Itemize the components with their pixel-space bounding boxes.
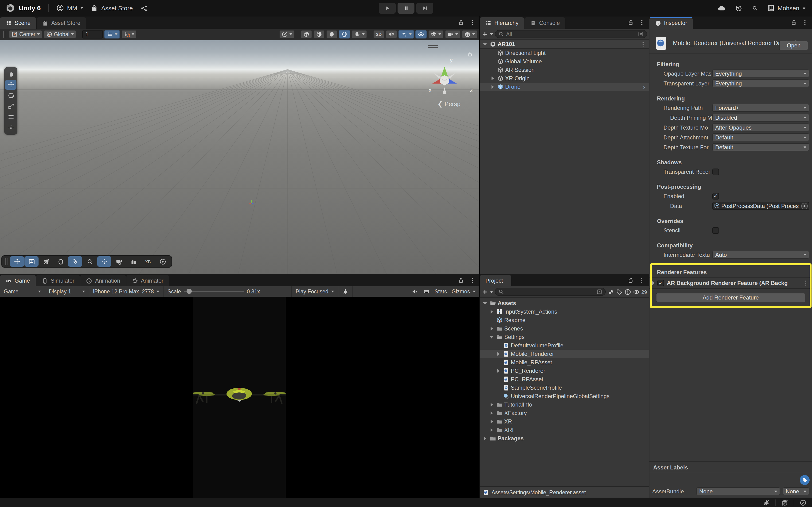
gizmo-lock-icon[interactable]: [467, 51, 473, 57]
overlay-cross-arrows-button[interactable]: [97, 256, 111, 267]
rect-tool-button[interactable]: [5, 112, 16, 122]
panel-menu-icon[interactable]: [802, 19, 808, 26]
tree-caret[interactable]: [488, 420, 495, 424]
dropdown-intermediate-textu[interactable]: Auto: [712, 251, 809, 259]
project-item-samplesceneprofile[interactable]: SampleSceneProfile: [480, 384, 649, 392]
scale-slider[interactable]: [184, 291, 244, 292]
rotate-tool-button[interactable]: [5, 91, 16, 101]
expand-caret-icon[interactable]: [652, 281, 655, 285]
gizmos-dropdown[interactable]: Gizmos: [450, 286, 479, 297]
panel-menu-icon[interactable]: [469, 277, 475, 284]
overlay-move-button[interactable]: [10, 256, 24, 267]
game-viewport[interactable]: [0, 297, 479, 498]
scene-toolbar-audio-off-button[interactable]: [386, 30, 397, 39]
panel-menu-icon[interactable]: [639, 19, 645, 26]
scene-toolbar-camera-button[interactable]: [445, 30, 460, 39]
snap-value-field[interactable]: 1: [82, 30, 103, 39]
chevron-down-icon[interactable]: [490, 33, 493, 35]
overlay-handle-icon[interactable]: [427, 44, 439, 49]
plus-icon[interactable]: [481, 288, 488, 295]
assetbundle-variant-dropdown[interactable]: None: [783, 487, 809, 495]
overlay-grid-off-button[interactable]: [39, 256, 53, 267]
dropdown-rendering-path[interactable]: Forward+: [712, 104, 809, 112]
hierarchy-item-xr-origin[interactable]: XR Origin: [480, 74, 649, 82]
scene-toolbar-sphere-wire-button[interactable]: [301, 30, 312, 39]
tab-animation[interactable]: Animation: [81, 275, 126, 286]
panel-lock-icon[interactable]: [458, 19, 464, 26]
share-icon[interactable]: [140, 4, 147, 11]
account-menu-button[interactable]: Mohsen: [767, 5, 806, 12]
checkbox-transparent-recei[interactable]: [712, 168, 719, 175]
scene-toolbar-sphere-half-button[interactable]: [313, 30, 325, 39]
project-item-defaultvolumeprofile[interactable]: DefaultVolumeProfile: [480, 341, 649, 350]
tree-caret[interactable]: [488, 403, 495, 406]
panel-lock-icon[interactable]: [627, 277, 634, 284]
panel-menu-icon[interactable]: [469, 19, 475, 26]
panel-lock-icon[interactable]: [791, 19, 797, 26]
tree-caret[interactable]: [481, 437, 488, 440]
dropdown-depth-priming-m[interactable]: Disabled: [712, 114, 809, 122]
overlay-sphere-crescent-button[interactable]: [54, 256, 68, 267]
scene-toolbar-eye-button[interactable]: [415, 30, 427, 39]
hidden-packages-icon[interactable]: [624, 288, 631, 295]
prefab-open-chevron[interactable]: ›: [643, 83, 645, 91]
tab-asset-store[interactable]: Asset Store: [37, 17, 86, 29]
mute-audio-button[interactable]: [409, 286, 420, 297]
panel-lock-icon[interactable]: [458, 277, 464, 284]
tree-caret[interactable]: [488, 336, 495, 338]
debug-button[interactable]: [338, 286, 353, 297]
overlay-camera-dot-button[interactable]: [112, 256, 126, 267]
project-item-mobile-rpasset[interactable]: Mobile_RPAsset: [480, 358, 649, 367]
tree-caret[interactable]: [489, 76, 496, 80]
play-button[interactable]: [379, 3, 396, 14]
hierarchy-item-directional-light[interactable]: Directional Light: [480, 49, 649, 57]
project-search-input[interactable]: [495, 288, 606, 296]
project-item-pc-renderer[interactable]: PC_Renderer: [480, 367, 649, 375]
tab-hierarchy[interactable]: Hierarchy: [480, 17, 524, 29]
tab-inspector[interactable]: Inspector: [649, 17, 693, 29]
pause-button[interactable]: [398, 3, 414, 14]
check-circle-icon[interactable]: [800, 499, 806, 506]
org-menu-button[interactable]: MM: [56, 4, 83, 12]
overlay-building-button[interactable]: [126, 256, 141, 267]
feature-enabled-checkbox[interactable]: ✓: [657, 280, 664, 286]
dropdown-transparent-layer[interactable]: Everything: [712, 79, 809, 87]
resolution-dropdown[interactable]: iPhone 12 Pro Max 2778: [89, 286, 164, 297]
hierarchy-item-global-volume[interactable]: Global Volume: [480, 57, 649, 66]
scene-toolbar-two-d-button[interactable]: 2D: [373, 30, 385, 39]
tree-caret[interactable]: [481, 43, 488, 45]
tree-caret[interactable]: [488, 411, 495, 415]
bug-off-icon[interactable]: [763, 499, 770, 506]
dropdown-opaque-layer-mas[interactable]: Everything: [712, 69, 809, 77]
tab-animator[interactable]: Animator: [126, 275, 169, 286]
expand-window-icon[interactable]: [596, 289, 602, 295]
dropdown-depth-attachment[interactable]: Default: [712, 133, 809, 141]
project-item-inputsystem-actions[interactable]: InputSystem_Actions: [480, 307, 649, 316]
checkbox-enabled[interactable]: ✓: [712, 193, 719, 199]
kebab-menu-icon[interactable]: [803, 280, 809, 286]
object-field-data[interactable]: PostProcessData (Post Proces: [712, 202, 809, 210]
hierarchy-item-ar101[interactable]: AR101: [480, 40, 649, 49]
search-icon[interactable]: [752, 5, 758, 11]
drag-handle[interactable]: [5, 258, 8, 265]
view-hand-tool-button[interactable]: [5, 69, 16, 79]
overlay-diamond-dots-button[interactable]: [68, 256, 82, 267]
projection-label[interactable]: ❮Persp: [438, 101, 460, 108]
tree-caret[interactable]: [488, 428, 495, 432]
assetbundle-dropdown[interactable]: None: [696, 487, 780, 495]
scene-viewport[interactable]: ❮Persp XB yxz: [0, 40, 479, 274]
project-item-pc-rpasset[interactable]: PC_RPAsset: [480, 375, 649, 384]
input-debug-button[interactable]: [420, 286, 432, 297]
project-item-xfactory[interactable]: XFactory: [480, 409, 649, 417]
scene-toolbar-layers-button[interactable]: [428, 30, 444, 39]
project-item-scenes[interactable]: Scenes: [480, 324, 649, 333]
filter-by-type-icon[interactable]: [608, 288, 614, 295]
panel-menu-icon[interactable]: [639, 277, 645, 284]
scene-toolbar-bug-button[interactable]: [352, 30, 367, 39]
scene-toolbar-pen-button[interactable]: [279, 30, 295, 39]
game-mode-dropdown[interactable]: Game: [0, 286, 45, 297]
play-mode-dropdown[interactable]: Play Focused: [291, 286, 338, 297]
scene-toolbar-globe-button[interactable]: Global: [44, 30, 76, 39]
plus-icon[interactable]: [481, 31, 488, 37]
scale-tool-button[interactable]: [5, 101, 16, 111]
